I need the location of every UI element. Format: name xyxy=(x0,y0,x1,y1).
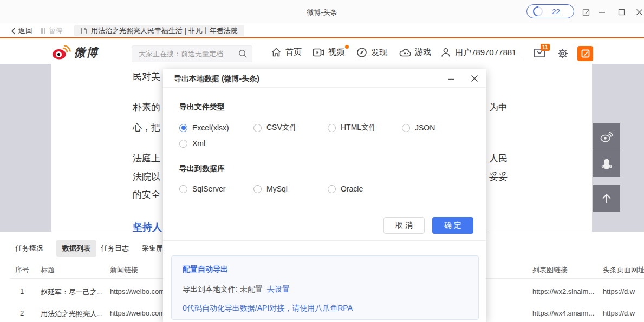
nav-discover-label: 发现 xyxy=(371,48,387,58)
messages-button[interactable]: 11 xyxy=(534,48,548,60)
discover-compass-icon xyxy=(356,47,367,58)
col-header-no: 序号 xyxy=(15,265,29,275)
article-text: 法院以 xyxy=(133,170,160,183)
rpa-link[interactable]: 0代码自动化导出数据/API对接，请使用八爪鱼RPA xyxy=(183,304,353,313)
radio-xml[interactable]: Xml xyxy=(179,139,253,148)
radio-csv[interactable]: CSV文件 xyxy=(253,123,328,133)
header-divider xyxy=(522,48,522,58)
search-input[interactable] xyxy=(132,50,238,58)
edit-note-icon[interactable] xyxy=(580,6,592,17)
col-header-page-url: 头条页面网址 xyxy=(603,265,644,275)
video-icon xyxy=(313,48,324,57)
up-arrow-icon xyxy=(601,193,613,205)
cell-title: 赵延军：尽一己之... xyxy=(41,287,103,297)
radio-mysql[interactable]: MySql xyxy=(253,185,328,193)
nav-video[interactable]: 视频 xyxy=(313,47,344,57)
col-header-news-link: 新闻链接 xyxy=(110,265,138,275)
home-icon xyxy=(271,47,282,57)
back-to-top-button[interactable] xyxy=(593,185,620,212)
dialog-divider xyxy=(163,240,486,241)
radio-oracle[interactable]: Oracle xyxy=(328,185,402,193)
local-file-config-line: 导出到本地文件:未配置去设置 xyxy=(183,285,290,294)
file-type-section-label: 导出文件类型 xyxy=(179,102,225,112)
nav-discover[interactable]: 发现 xyxy=(356,47,387,58)
cancel-button[interactable]: 取 消 xyxy=(383,217,425,234)
cell-no: 2 xyxy=(20,309,24,317)
qq-icon xyxy=(601,158,612,170)
radio-circle[interactable] xyxy=(328,124,336,132)
weibo-logo-text: 微博 xyxy=(74,45,98,60)
weibo-share-button[interactable] xyxy=(593,123,620,150)
auto-export-box: 配置自动导出 导出到本地文件:未配置去设置 0代码自动化导出数据/API对接，请… xyxy=(171,255,479,320)
cell-news-link: https://weibo.com xyxy=(110,309,165,317)
maximize-icon[interactable] xyxy=(615,6,627,17)
col-header-list-img-link: 列表图链接 xyxy=(532,265,568,275)
cell-no: 1 xyxy=(20,287,24,295)
compose-button[interactable] xyxy=(577,46,593,61)
page-tab[interactable]: 用法治之光照亮人民幸福生活 | 非凡十年看法院 xyxy=(74,25,244,36)
tab-task-overview[interactable]: 任务概况 xyxy=(15,244,43,253)
notification-dot xyxy=(345,45,349,49)
cell-news-link: https://weibo.com xyxy=(110,287,165,295)
task-progress-pill[interactable]: 22 xyxy=(526,4,574,18)
radio-circle[interactable] xyxy=(253,185,262,193)
tab-task-log[interactable]: 任务日志 xyxy=(101,244,129,253)
dialog-minimize-icon[interactable] xyxy=(445,73,457,84)
article-text: 人民 xyxy=(489,152,508,165)
weibo-share-icon xyxy=(600,132,613,142)
progress-count: 22 xyxy=(543,8,574,16)
radio-circle[interactable] xyxy=(179,140,187,148)
nav-game[interactable]: 游戏 xyxy=(399,47,431,57)
cell-page-url: https://d.w xyxy=(603,287,635,295)
back-button[interactable]: 返回 xyxy=(11,26,32,36)
radio-circle[interactable] xyxy=(253,124,262,132)
article-text: 妥妥 xyxy=(489,170,508,183)
article-text: 法庭上 xyxy=(133,152,160,165)
back-label: 返回 xyxy=(18,26,32,36)
radio-circle[interactable] xyxy=(328,185,336,193)
radio-sqlserver[interactable]: SqlServer xyxy=(179,185,253,193)
nav-home-label: 首页 xyxy=(285,47,302,57)
nav-video-label: 视频 xyxy=(328,47,344,57)
pause-button[interactable]: 暂停 xyxy=(41,26,63,36)
article-text: 为中 xyxy=(489,101,508,114)
message-badge: 11 xyxy=(541,44,550,51)
radio-circle[interactable] xyxy=(402,124,410,132)
minimize-icon[interactable] xyxy=(596,6,608,17)
radio-html[interactable]: HTML文件 xyxy=(328,123,402,133)
weibo-logo[interactable]: 微博 xyxy=(51,44,98,61)
tab-data-list[interactable]: 数据列表 xyxy=(56,240,96,257)
local-file-label: 导出到本地文件: xyxy=(183,285,238,293)
pause-label: 暂停 xyxy=(49,26,63,36)
nav-user[interactable]: 用户7897077881 xyxy=(440,47,516,58)
close-icon[interactable] xyxy=(633,6,644,17)
username: 用户7897077881 xyxy=(455,48,516,58)
radio-circle[interactable] xyxy=(179,185,187,193)
compose-icon xyxy=(581,49,590,58)
weibo-logo-icon xyxy=(51,44,71,61)
go-setup-link[interactable]: 去设置 xyxy=(267,285,290,293)
local-file-status: 未配置 xyxy=(240,285,263,293)
gear-icon xyxy=(557,48,569,60)
nav-game-label: 游戏 xyxy=(415,47,431,57)
dialog-title: 导出本地数据 (微博-头条) xyxy=(174,74,259,84)
dialog-close-icon[interactable] xyxy=(469,73,480,84)
cell-img-link: https://wx2.sinaim... xyxy=(532,287,594,295)
search-box[interactable] xyxy=(132,45,252,62)
export-dialog: 导出本地数据 (微博-头条) 导出文件类型 Excel(xlsx) CSV文件 … xyxy=(163,69,486,322)
cell-page-url: https://d.w xyxy=(603,309,635,317)
nav-home[interactable]: 首页 xyxy=(271,47,302,57)
settings-button[interactable] xyxy=(557,48,569,60)
confirm-button[interactable]: 确 定 xyxy=(432,217,473,234)
cell-title: 用法治之光照亮人... xyxy=(41,309,103,319)
article-text: 民对美 xyxy=(133,70,160,83)
qq-share-button[interactable] xyxy=(593,150,620,177)
back-chevron-icon xyxy=(11,28,16,35)
search-icon[interactable] xyxy=(238,49,253,58)
spinner-icon xyxy=(531,4,544,18)
radio-json[interactable]: JSON xyxy=(402,123,476,133)
radio-circle-selected[interactable] xyxy=(179,124,187,132)
article-text: 的安全 xyxy=(133,188,160,201)
app-window: 微博-头条 22 返回 暂停 用法治之光照亮人民幸福生活 | 非凡十年看法院 xyxy=(0,0,644,322)
radio-excel[interactable]: Excel(xlsx) xyxy=(179,123,253,133)
